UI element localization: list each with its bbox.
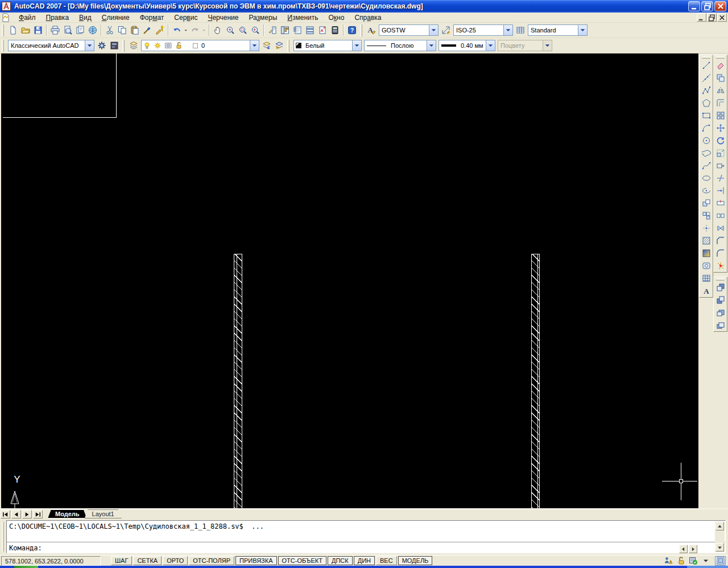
menu-сервис[interactable]: Сервис [169, 13, 202, 22]
pan-icon[interactable] [212, 24, 224, 36]
hatch-icon[interactable] [700, 234, 713, 247]
menu-окно[interactable]: Окно [323, 13, 349, 22]
trim-icon[interactable] [714, 172, 727, 184]
menu-правка[interactable]: Правка [41, 13, 75, 22]
open-icon[interactable] [19, 24, 32, 36]
previous-tab-button[interactable] [11, 510, 21, 518]
chevron-down-icon[interactable] [352, 40, 361, 51]
quickcalc-icon[interactable] [329, 24, 341, 36]
undo-icon[interactable] [171, 24, 183, 36]
linetype-combo[interactable]: Послою [364, 40, 436, 51]
zoom-window-icon[interactable] [237, 24, 249, 36]
menu-формат[interactable]: Формат [135, 13, 169, 22]
dim-style-icon[interactable] [440, 24, 452, 36]
qnew-icon[interactable] [7, 24, 19, 36]
viewport-freeze-icon[interactable] [163, 40, 173, 51]
tab-layout1[interactable]: Layout1 [85, 509, 122, 518]
tab-model[interactable]: Модель [48, 509, 87, 518]
construction-line-icon[interactable] [700, 72, 713, 84]
paste-icon[interactable] [129, 24, 141, 36]
status-toggle-дпск[interactable]: ДПСК [328, 556, 353, 565]
status-toggle-орто[interactable]: ОРТО [163, 556, 188, 565]
extend-icon[interactable] [714, 184, 727, 197]
multiline-text-icon[interactable]: A [700, 285, 713, 297]
menu-изменить[interactable]: Изменить [282, 13, 323, 22]
ellipse-icon[interactable] [700, 172, 713, 184]
toolbar-grip[interactable] [716, 56, 725, 59]
toolbar-grip[interactable] [287, 40, 289, 52]
menu-черчение[interactable]: Черчение [202, 13, 243, 22]
break-at-point-icon[interactable] [714, 197, 727, 209]
publish-icon[interactable] [74, 24, 86, 36]
toolbar-grip[interactable] [2, 40, 4, 52]
color-combo[interactable]: Белый [293, 40, 362, 51]
chevron-down-icon[interactable] [486, 40, 495, 51]
chevron-down-icon[interactable] [578, 25, 587, 35]
command-scrollbar[interactable] [715, 521, 725, 552]
copy-icon[interactable] [116, 24, 129, 36]
redo-icon[interactable] [189, 24, 201, 36]
cut-icon[interactable] [104, 24, 116, 36]
chevron-down-icon[interactable] [503, 25, 512, 35]
command-prompt[interactable]: Команда: [9, 544, 42, 552]
workspace-settings-icon[interactable] [96, 39, 108, 52]
scale-icon[interactable] [714, 147, 727, 159]
chevron-down-icon[interactable] [429, 25, 438, 35]
make-object-layer-current-icon[interactable] [260, 39, 273, 52]
array-icon[interactable] [714, 109, 727, 122]
region-icon[interactable] [700, 260, 713, 272]
bring-to-front-icon[interactable] [714, 281, 727, 294]
last-tab-button[interactable] [33, 510, 43, 518]
redo-dropdown-icon[interactable] [201, 24, 207, 36]
line-icon[interactable] [700, 59, 713, 72]
status-toggle-отс-объект[interactable]: ОТС-ОБЪЕКТ [278, 556, 326, 565]
bring-above-objects-icon[interactable] [714, 306, 727, 319]
move-icon[interactable] [714, 122, 727, 134]
text-style-icon[interactable]: A [365, 24, 378, 36]
rectangle-icon[interactable] [700, 109, 713, 122]
polygon-icon[interactable] [700, 97, 713, 109]
layer-previous-icon[interactable] [273, 39, 286, 52]
chevron-down-icon[interactable] [427, 40, 436, 51]
etransmit-icon[interactable] [86, 24, 99, 36]
first-tab-button[interactable] [1, 510, 10, 518]
status-toggle-модель[interactable]: МОДЕЛЬ [398, 556, 433, 565]
unlock-icon[interactable] [675, 554, 687, 567]
layer-properties-icon[interactable] [127, 39, 140, 52]
properties-icon[interactable] [266, 24, 279, 36]
gradient-icon[interactable] [700, 247, 713, 260]
polyline-icon[interactable] [700, 84, 713, 97]
insert-block-icon[interactable] [700, 197, 713, 209]
lock-icon[interactable] [173, 40, 184, 51]
plot-icon[interactable] [49, 24, 61, 36]
communication-center-icon[interactable] [662, 554, 675, 567]
block-editor-icon[interactable] [154, 24, 166, 36]
plot-preview-icon[interactable] [61, 24, 74, 36]
menu-справка[interactable]: Справка [349, 13, 386, 22]
break-icon[interactable] [714, 209, 727, 222]
mdi-restore-button[interactable] [707, 13, 717, 22]
command-window-grip[interactable] [2, 522, 4, 551]
dim-style-combo[interactable]: ISO-25 [453, 24, 513, 36]
scroll-up-button[interactable] [715, 522, 724, 530]
text-style-combo[interactable]: GOSTW [379, 24, 439, 36]
menu-размеры[interactable]: Размеры [243, 13, 282, 22]
my-workspace-icon[interactable] [108, 39, 121, 52]
status-toggle-привязка[interactable]: ПРИВЯЗКА [235, 556, 276, 565]
designcenter-icon[interactable] [279, 24, 291, 36]
toolbar-grip[interactable] [122, 40, 125, 52]
mdi-close-button[interactable] [717, 13, 727, 22]
zoom-realtime-icon[interactable] [224, 24, 237, 36]
erase-icon[interactable] [714, 59, 727, 72]
close-button[interactable] [714, 1, 726, 11]
scroll-left-button[interactable] [679, 545, 688, 553]
join-icon[interactable] [714, 222, 727, 234]
sun-icon[interactable] [152, 40, 163, 51]
arc-icon[interactable] [700, 122, 713, 134]
menu-файл[interactable]: Файл [14, 13, 41, 22]
mdi-minimize-button[interactable] [697, 13, 706, 22]
status-toggle-сетка[interactable]: СЕТКА [133, 556, 162, 565]
match-properties-icon[interactable] [141, 24, 154, 36]
table-icon[interactable] [700, 272, 713, 285]
ellipse-arc-icon[interactable] [700, 184, 713, 197]
